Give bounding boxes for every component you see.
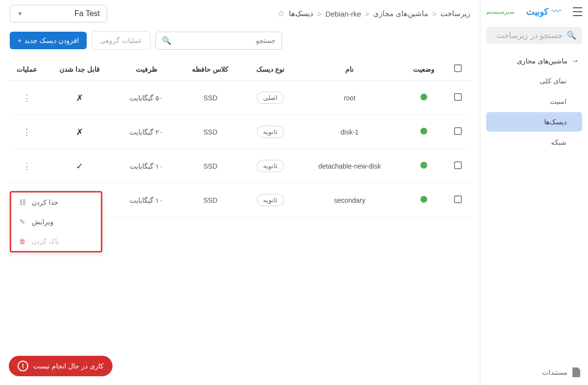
breadcrumb-link[interactable]: Debian-rke [325,10,361,18]
disk-type-badge: ثانویه [257,126,284,138]
sidebar-item-disks[interactable]: دیسک‌ها [486,112,582,132]
trash-icon: 🗑 [18,237,27,245]
row-context-menu: جدا کردن ⛓ ویرایش ✎ پاک کردن 🗑 [10,191,102,252]
cell-capacity: ۵۰ گیگابایت [115,81,177,115]
brand-secondary: سبزسیستم [486,8,514,15]
sidebar-footer-label: مستندات [542,368,568,376]
search-icon: 🔍 [162,36,171,45]
x-icon: ✗ [76,127,83,137]
sidebar-item-network[interactable]: شبکه [486,133,582,152]
disk-type-badge: ثانویه [257,194,284,206]
breadcrumb: زیرساخت < ماشین‌های مجازی < Debian-rke <… [112,8,470,19]
sidebar-item-security[interactable]: امنیت [486,92,582,111]
chevron-left-icon: < [365,10,369,18]
caret-down-icon: ▼ [17,10,23,17]
row-menu-button[interactable]: ⋮ [22,161,31,171]
chevron-left-icon: < [317,10,322,18]
status-pill[interactable]: کاری در حال انجام نیست ! [9,356,113,376]
status-dot-icon [420,196,427,203]
brand-swoosh-icon: 〰 [551,6,561,17]
hamburger-icon[interactable] [573,7,582,16]
arrow-right-icon: → [571,57,579,65]
project-select-value: Fa Test [75,9,100,18]
row-menu-button[interactable]: ⋮ [22,127,31,137]
col-detachable: قابل جدا شدن [44,58,115,81]
select-all-header [446,58,470,81]
col-actions: عملیات [10,58,44,81]
plus-icon: + [18,37,21,44]
sidebar-nav: → ماشین‌های مجازی نمای کلی امنیت دیسک‌ها… [480,48,588,157]
status-dot-icon [420,94,427,100]
cell-capacity: ۱۰ گیگابایت [115,149,177,183]
row-checkbox[interactable] [454,127,462,135]
breadcrumb-current: دیسک‌ها [289,9,313,18]
col-storage-class: کلاس حافظه [177,58,244,81]
status-dot-icon [420,162,427,169]
context-delete: پاک کردن 🗑 [11,231,101,251]
cell-storage-class: SSD [177,115,244,149]
cell-capacity: ۲۰ گیگابایت [115,115,177,149]
document-icon [572,367,580,377]
check-icon: ✓ [76,161,83,171]
cell-name: disk-1 [297,115,402,149]
add-disk-label: افزودن دیسک جدید [24,37,79,44]
sidebar: 〰 کوبیت سبزسیستم 🔍 جستجو در زیرساخت → ما… [480,0,588,385]
cell-capacity: ۱۰ گیگابایت [115,183,177,217]
context-detach[interactable]: جدا کردن ⛓ [11,192,101,212]
chevron-left-icon: < [432,10,436,18]
status-pill-text: کاری در حال انجام نیست [33,362,104,370]
bulk-actions-button[interactable]: عملیات گروهی [92,31,151,50]
cell-storage-class: SSD [177,81,244,115]
row-checkbox[interactable] [454,161,462,169]
context-delete-label: پاک کردن [32,237,59,245]
context-edit[interactable]: ویرایش ✎ [11,212,101,231]
col-status: وضعیت [402,58,446,81]
sidebar-search-placeholder: جستجو در زیرساخت [496,31,563,40]
brand-name: کوبیت [526,6,549,17]
col-disk-type: نوع دیسک [244,58,297,81]
disk-type-badge: اصلی [257,92,284,104]
toolbar: 🔍 عملیات گروهی افزودن دیسک جدید + [0,27,480,58]
cell-name: detachable-new-disk [297,149,402,183]
cell-storage-class: SSD [177,183,244,217]
x-icon: ✗ [76,93,83,103]
disk-type-badge: ثانویه [257,160,284,172]
pencil-icon: ✎ [18,218,27,226]
nav-header-label: ماشین‌های مجازی [517,57,568,65]
row-menu-button[interactable]: ⋮ [22,93,31,103]
breadcrumb-link[interactable]: ماشین‌های مجازی [373,9,428,18]
sidebar-item-overview[interactable]: نمای کلی [486,71,582,91]
context-detach-label: جدا کردن [32,198,58,206]
star-icon[interactable]: ☆ [277,8,285,19]
brand-logo[interactable]: 〰 کوبیت [526,6,561,17]
row-checkbox[interactable] [454,93,462,101]
breadcrumb-link[interactable]: زیرساخت [440,9,470,18]
select-all-checkbox[interactable] [454,64,462,72]
context-edit-label: ویرایش [32,218,54,226]
row-checkbox[interactable] [454,195,462,203]
search-input[interactable] [175,37,276,44]
cell-name: root [297,81,402,115]
topbar: زیرساخت < ماشین‌های مجازی < Debian-rke <… [0,0,480,27]
sidebar-header: 〰 کوبیت سبزسیستم [480,0,588,23]
table-row: detachable-new-diskثانویهSSD۱۰ گیگابایت✓… [10,149,470,183]
add-disk-button[interactable]: افزودن دیسک جدید + [10,32,87,49]
cell-name: secondary [297,183,402,217]
table-search[interactable]: 🔍 [155,32,282,50]
table-row: rootاصلیSSD۵۰ گیگابایت✗⋮ [10,81,470,115]
sidebar-search[interactable]: 🔍 جستجو در زیرساخت [486,27,582,44]
col-capacity: ظرفیت [115,58,177,81]
sidebar-docs-link[interactable]: مستندات [480,360,588,385]
unlink-icon: ⛓ [18,198,27,206]
project-selector[interactable]: ▼ Fa Test [10,5,107,22]
table-row: disk-1ثانویهSSD۲۰ گیگابایت✗⋮ [10,115,470,149]
alert-icon: ! [18,361,28,371]
nav-back-vms[interactable]: → ماشین‌های مجازی [486,52,582,70]
col-name: نام [297,58,402,81]
search-icon: 🔍 [567,31,576,40]
status-dot-icon [420,128,427,135]
cell-storage-class: SSD [177,149,244,183]
